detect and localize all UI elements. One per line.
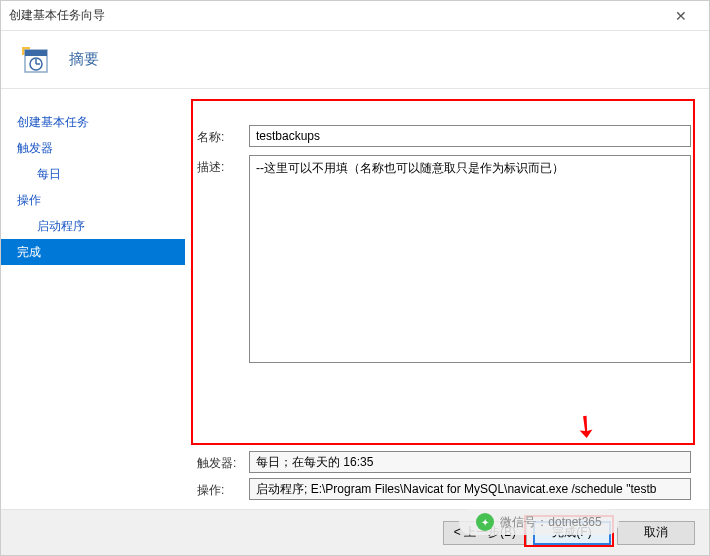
action-label: 操作: — [197, 478, 249, 499]
titlebar: 创建基本任务向导 ✕ — [1, 1, 709, 31]
back-button[interactable]: < 上一步(B) — [443, 521, 527, 545]
sidebar-item-startprog[interactable]: 启动程序 — [1, 213, 185, 239]
cancel-button[interactable]: 取消 — [617, 521, 695, 545]
annotation-arrow: ➘ — [566, 404, 608, 447]
summary-form: 名称: 描述: — [197, 125, 691, 371]
trigger-value — [249, 451, 691, 473]
wizard-body: 创建基本任务 触发器 每日 操作 启动程序 完成 名称: 描述: — [1, 89, 709, 509]
sidebar-item-create[interactable]: 创建基本任务 — [1, 109, 185, 135]
action-value — [249, 478, 691, 500]
svg-rect-2 — [25, 50, 47, 56]
footer: < 上一步(B) 完成(F) 取消 — [1, 509, 709, 555]
desc-label: 描述: — [197, 155, 249, 176]
wizard-header: 摘要 — [1, 31, 709, 89]
name-label: 名称: — [197, 125, 249, 146]
sidebar-item-finish[interactable]: 完成 — [1, 239, 185, 265]
trigger-label: 触发器: — [197, 451, 249, 472]
finish-button[interactable]: 完成(F) — [533, 521, 611, 545]
desc-textarea[interactable] — [249, 155, 691, 363]
sidebar-item-daily[interactable]: 每日 — [1, 161, 185, 187]
wizard-window: 创建基本任务向导 ✕ 摘要 创建基本任务 触发器 每日 操作 启动程序 完成 — [0, 0, 710, 556]
summary-icon — [19, 44, 51, 76]
name-input[interactable] — [249, 125, 691, 147]
close-button[interactable]: ✕ — [661, 8, 701, 24]
sidebar-item-action[interactable]: 操作 — [1, 187, 185, 213]
sidebar: 创建基本任务 触发器 每日 操作 启动程序 完成 — [1, 89, 185, 509]
content-pane: 名称: 描述: 触发器: 操作: 当 — [185, 89, 709, 509]
window-title: 创建基本任务向导 — [9, 7, 661, 24]
page-title: 摘要 — [69, 50, 99, 69]
sidebar-item-trigger[interactable]: 触发器 — [1, 135, 185, 161]
